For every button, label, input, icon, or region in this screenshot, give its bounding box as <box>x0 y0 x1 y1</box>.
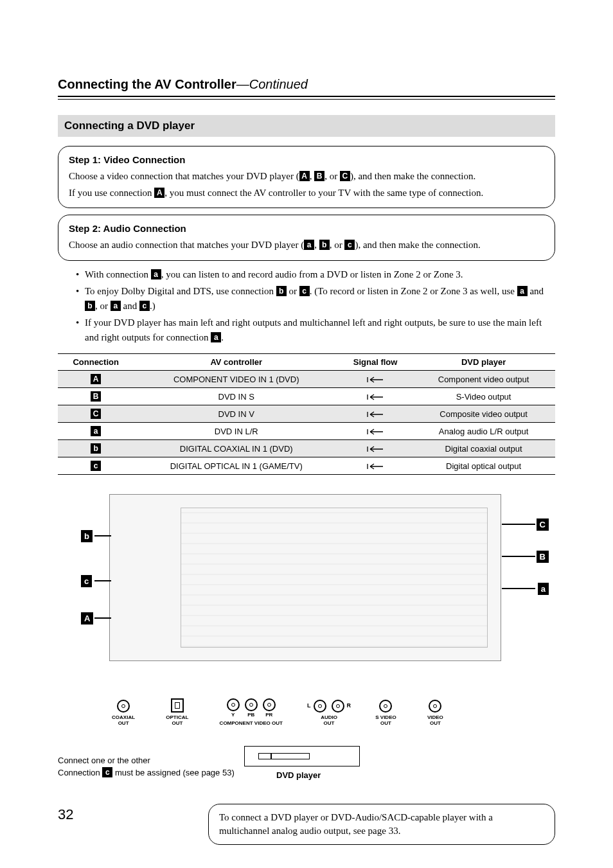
step2-line1: Choose an audio connection that matches … <box>69 238 544 252</box>
jack-video: VIDEO OUT <box>427 700 443 727</box>
dvd-player-front <box>244 746 360 766</box>
bottom-note-box: To connect a DVD player or DVD-Audio/SAC… <box>208 804 555 845</box>
cell-key-B: B <box>91 391 101 402</box>
step2-sep2: , or <box>330 240 345 250</box>
connect-note-l2-pre: Connection <box>58 768 102 777</box>
step2-line1-post: ), and then make the connection. <box>355 240 480 250</box>
th-av: AV controller <box>134 354 339 371</box>
callout-c: c <box>81 575 92 587</box>
step1-box: Step 1: Video Connection Choose a video … <box>58 146 555 208</box>
av-controller-rear-panel <box>109 494 501 661</box>
cell-key-C: C <box>91 409 101 419</box>
title-continued: —Continued <box>236 77 308 91</box>
note2-m2: . (To record or listen in Zone 2 or Zone… <box>310 286 517 296</box>
cell-av-b: DIGITAL COAXIAL IN 1 (DVD) <box>134 440 339 457</box>
step2-sep1: , <box>314 240 319 250</box>
connect-note-l1: Connect one or the other <box>58 755 235 767</box>
label-audio-l: L <box>307 702 311 709</box>
cell-player-c: Digital optical output <box>412 457 555 475</box>
cell-player-A: Component video output <box>412 371 555 388</box>
cell-player-C: Composite video output <box>412 405 555 423</box>
chip-b: b <box>319 240 330 250</box>
step2-heading: Step 2: Audio Connection <box>69 222 544 236</box>
note3-post: . <box>221 332 224 342</box>
label-video: VIDEO OUT <box>427 715 443 727</box>
cell-player-B: S-Video output <box>412 388 555 405</box>
connection-table: Connection AV controller Signal flow DVD… <box>58 353 555 475</box>
title-rule <box>58 96 555 100</box>
chip-a-n1: a <box>151 269 161 279</box>
note2-m4: , or <box>95 301 111 311</box>
step1-line2-post: , you must connect the AV controller to … <box>164 188 483 198</box>
step1-line2: If you use connection A, you must connec… <box>69 186 544 200</box>
chip-A: A <box>299 171 310 181</box>
step1-line1-pre: Choose a video connection that matches y… <box>69 171 299 181</box>
section-heading: Connecting a DVD player <box>58 115 555 137</box>
cell-flow-B <box>339 388 412 405</box>
step1-line2-pre: If you use connection <box>69 188 154 198</box>
step1-heading: Step 1: Video Connection <box>69 153 544 167</box>
note-3: If your DVD player has main left and rig… <box>76 315 545 344</box>
label-pr: PR <box>265 713 272 718</box>
notes-list: With connection a, you can listen to and… <box>58 267 555 345</box>
cell-player-a: Analog audio L/R output <box>412 423 555 440</box>
row-b: b DIGITAL COAXIAL IN 1 (DVD) Digital coa… <box>58 440 555 457</box>
label-optical: OPTICAL OUT <box>166 715 188 727</box>
note1-pre: With connection <box>85 269 151 279</box>
step1-sep1: , <box>310 171 315 181</box>
cell-av-C: DVD IN V <box>134 405 339 423</box>
row-a: a DVD IN L/R Analog audio L/R output <box>58 423 555 440</box>
dvd-player-caption: DVD player <box>276 770 321 780</box>
chip-c-n2: c <box>299 286 310 296</box>
label-y: Y <box>231 713 235 718</box>
step2-line1-pre: Choose an audio connection that matches … <box>69 240 304 250</box>
label-pb: PB <box>247 713 254 718</box>
bottom-note-text: To connect a DVD player or DVD-Audio/SAC… <box>219 812 493 836</box>
cell-flow-c <box>339 457 412 475</box>
step1-line1-post: ), and then make the connection. <box>350 171 475 181</box>
chip-C: C <box>340 171 350 181</box>
cell-av-a: DVD IN L/R <box>134 423 339 440</box>
page-number: 32 <box>58 806 73 823</box>
label-coaxial: COAXIAL OUT <box>112 715 135 727</box>
callout-b: b <box>81 530 93 542</box>
cell-key-c: c <box>91 461 101 471</box>
page-title: Connecting the AV Controller—Continued <box>58 77 555 92</box>
cell-av-c: DIGITAL OPTICAL IN 1 (GAME/TV) <box>134 457 339 475</box>
chip-b-n2: b <box>276 286 287 296</box>
cell-av-A: COMPONENT VIDEO IN 1 (DVD) <box>134 371 339 388</box>
cell-key-a: a <box>91 426 101 436</box>
chip-b-n2b: b <box>85 301 95 311</box>
label-component: COMPONENT VIDEO OUT <box>220 721 283 727</box>
chip-a-n2a: a <box>517 286 528 296</box>
note3-pre: If your DVD player has main left and rig… <box>85 317 542 342</box>
note2-m5: and <box>121 301 139 311</box>
connect-note-l2: Connection c must be assigned (see page … <box>58 767 235 779</box>
chip-c-n2b: c <box>139 301 150 311</box>
wiring-diagram: b c A C B a COAXIAL OUT OPTICAL OUT Y PB… <box>58 486 555 795</box>
chip-a: a <box>304 240 314 250</box>
connect-note-l2-post: must be assigned (see page 53) <box>112 768 234 777</box>
th-connection: Connection <box>58 354 134 371</box>
cell-flow-C <box>339 405 412 423</box>
th-player: DVD player <box>412 354 555 371</box>
label-audio-r: R <box>347 702 351 709</box>
th-flow: Signal flow <box>339 354 412 371</box>
title-main: Connecting the AV Controller <box>58 77 236 91</box>
note2-pre: To enjoy Dolby Digital and DTS, use conn… <box>85 286 276 296</box>
chip-a-n2b: a <box>111 301 121 311</box>
jack-component: Y PB PR COMPONENT VIDEO OUT <box>220 698 283 727</box>
step2-box: Step 2: Audio Connection Choose an audio… <box>58 215 555 261</box>
cell-key-A: A <box>91 374 101 384</box>
jack-audio: AUDIO OUT L R <box>314 700 344 727</box>
connect-note: Connect one or the other Connection c mu… <box>58 755 235 779</box>
row-C: C DVD IN V Composite video output <box>58 405 555 423</box>
label-svideo: S VIDEO OUT <box>375 715 396 727</box>
callout-B: B <box>537 551 549 563</box>
note-2: To enjoy Dolby Digital and DTS, use conn… <box>76 284 545 313</box>
note2-m1: or <box>287 286 299 296</box>
cell-flow-a <box>339 423 412 440</box>
jack-coaxial: COAXIAL OUT <box>112 700 135 727</box>
chip-c-note: c <box>102 767 112 777</box>
note2-post: .) <box>150 301 155 311</box>
